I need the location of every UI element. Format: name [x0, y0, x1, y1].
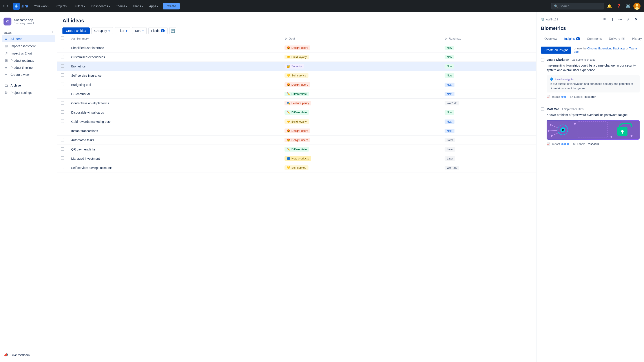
select-all-checkbox[interactable]: [61, 36, 64, 40]
row-checkbox[interactable]: [61, 138, 64, 141]
toolbar: Create an idea Group by + Filter + Sort …: [62, 27, 531, 34]
row-checkbox[interactable]: [61, 129, 64, 132]
goal-text: New products: [291, 157, 309, 160]
row-checkbox[interactable]: [61, 92, 64, 95]
create-button[interactable]: Create: [163, 3, 180, 9]
goal-col-icon: ⊙: [284, 37, 287, 40]
row-checkbox[interactable]: [61, 101, 64, 105]
roadmap-badge: Now: [444, 64, 454, 68]
row-summary: QR payment links: [71, 148, 96, 151]
share-button[interactable]: ⬆: [609, 16, 616, 23]
group-by-button[interactable]: Group by +: [92, 27, 113, 34]
slack-app-link[interactable]: Slack app: [612, 47, 625, 50]
insight-item: Matt Cat 1 September 2023 Known problem …: [541, 107, 640, 150]
tab-label: Comments: [587, 37, 602, 40]
nav-apps[interactable]: Apps ▾: [147, 3, 160, 9]
row-checkbox[interactable]: [61, 110, 64, 114]
expand-button[interactable]: ⤢: [625, 16, 632, 23]
close-button[interactable]: ✕: [632, 16, 640, 23]
tab-insights[interactable]: Insights 5: [561, 35, 583, 43]
row-summary: Biometrics: [71, 64, 86, 68]
sidebar-item-archive[interactable]: 🗃 Archive: [2, 82, 55, 89]
row-checkbox[interactable]: [61, 156, 64, 160]
sort-button[interactable]: Sort +: [132, 27, 147, 34]
impact-dot: [561, 143, 564, 145]
create-idea-button[interactable]: Create an idea: [62, 27, 90, 34]
nav-projects[interactable]: Projects ▾: [54, 3, 71, 9]
svg-point-2: [636, 4, 638, 6]
svg-point-9: [562, 129, 564, 131]
help-icon[interactable]: ❓: [615, 2, 622, 10]
watch-button[interactable]: 👁: [601, 16, 608, 23]
settings-icon[interactable]: ⚙️: [624, 2, 632, 10]
filter-button[interactable]: Filter +: [115, 27, 130, 34]
goal-tag: 🔐 Security: [284, 64, 304, 68]
table-row[interactable]: Managed investment 🔵 New products Later: [57, 154, 536, 163]
table-row[interactable]: Contactless on all platforms 🎭 Feature p…: [57, 99, 536, 108]
sidebar-item-all-ideas[interactable]: ≡ All ideas: [2, 35, 55, 42]
user-avatar[interactable]: [634, 3, 640, 10]
table-row[interactable]: Gold rewards marketing push 🤝 Build loya…: [57, 117, 536, 126]
table-row[interactable]: Self-service insurance 💛 Self service No…: [57, 71, 536, 80]
insight-date: 1 September 2023: [562, 108, 584, 111]
table-row[interactable]: Budgeting tool 😍 Delight users Next: [57, 80, 536, 89]
detail-body: Create an insight or use the Chrome Exte…: [536, 43, 644, 362]
table-row[interactable]: Automated tasks 😍 Delight users Later: [57, 135, 536, 145]
row-checkbox[interactable]: [61, 64, 64, 68]
sync-button[interactable]: 🔄: [169, 27, 176, 34]
svg-point-14: [548, 130, 550, 132]
nav-filters[interactable]: Filters ▾: [72, 3, 87, 9]
table-row[interactable]: Self service: savings accounts 💛 Self se…: [57, 163, 536, 172]
project-header[interactable]: Awesome app Discovery project: [2, 16, 55, 29]
row-checkbox[interactable]: [61, 119, 64, 123]
row-roadmap-cell: Won't do: [441, 99, 536, 108]
row-goal-cell: 🤝 Build loyalty: [281, 117, 441, 126]
row-checkbox[interactable]: [61, 55, 64, 58]
sidebar-item-project-settings[interactable]: ⚙ Project settings: [2, 89, 55, 96]
table-row[interactable]: CS chatbot AI ✏️ Differentiate Next: [57, 89, 536, 99]
table-row[interactable]: QR payment links ✏️ Differentiate Later: [57, 145, 536, 154]
apps-grid-icon[interactable]: [4, 5, 11, 7]
tab-comments[interactable]: Comments: [584, 35, 606, 43]
sidebar-item-give-feedback[interactable]: 📣 Give feedback: [2, 351, 55, 359]
sidebar-item-product-roadmap[interactable]: ⊞ Product roadmap: [2, 57, 55, 64]
table-row[interactable]: Disposable virtual cards ✏️ Differentiat…: [57, 108, 536, 117]
create-insight-button[interactable]: Create an insight: [541, 46, 571, 54]
notifications-icon[interactable]: 🔔: [606, 2, 613, 10]
table-row[interactable]: Biometrics 🔐 Security Now: [57, 62, 536, 71]
nav-dashboards[interactable]: Dashboards ▾: [89, 3, 112, 9]
add-view-icon[interactable]: +: [50, 29, 55, 35]
table-row[interactable]: Simplified user interface 😍 Delight user…: [57, 43, 536, 52]
row-checkbox[interactable]: [61, 166, 64, 169]
search-box[interactable]: 🔍 Search: [551, 3, 604, 9]
row-checkbox[interactable]: [61, 73, 64, 77]
row-summary-cell: Instant transactions: [68, 126, 281, 135]
row-goal-cell: 😍 Delight users: [281, 126, 441, 135]
fields-button[interactable]: Fields 6: [148, 27, 168, 34]
goal-tag: 🤝 Build loyalty: [284, 55, 309, 59]
row-checkbox[interactable]: [61, 83, 64, 86]
tab-delivery[interactable]: Delivery 8: [605, 35, 628, 43]
more-options-button[interactable]: •••: [617, 16, 624, 23]
insight-checkbox[interactable]: [541, 107, 544, 111]
tab-history[interactable]: History: [628, 35, 644, 43]
sidebar-item-impact-vs-effort[interactable]: ↗ Impact vs Effort: [2, 50, 55, 57]
table-row[interactable]: Instant transactions 😍 Delight users Nex…: [57, 126, 536, 135]
sidebar-item-create-view[interactable]: + Create a view: [2, 71, 55, 78]
nav-teams[interactable]: Teams ▾: [114, 3, 129, 9]
table-row[interactable]: Customised experiences 🤝 Build loyalty N…: [57, 52, 536, 62]
delivery-badge: 8: [621, 37, 625, 40]
chrome-ext-link[interactable]: Chrome Extension: [587, 47, 611, 50]
row-checkbox[interactable]: [61, 46, 64, 49]
tab-overview[interactable]: Overview: [541, 35, 561, 43]
roadmap-badge: Later: [444, 138, 455, 142]
row-checkbox[interactable]: [61, 147, 64, 151]
row-check-cell: [57, 163, 68, 172]
sidebar-item-impact-assessment[interactable]: ⊞ Impact assesment: [2, 42, 55, 50]
jira-logo[interactable]: Jira: [13, 3, 28, 10]
insight-checkbox[interactable]: [541, 58, 544, 61]
nav-your-work[interactable]: Your work ▾: [32, 3, 52, 9]
nav-plans[interactable]: Plans ▾: [131, 3, 145, 9]
sidebar-item-product-timeline[interactable]: ≡ Product timeline: [2, 64, 55, 71]
svg-rect-19: [622, 131, 623, 134]
